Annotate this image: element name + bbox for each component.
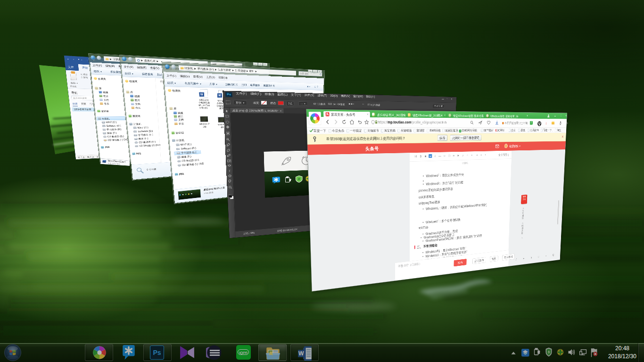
svg-text:W: W [298, 350, 304, 357]
svg-text:T: T [229, 170, 231, 173]
